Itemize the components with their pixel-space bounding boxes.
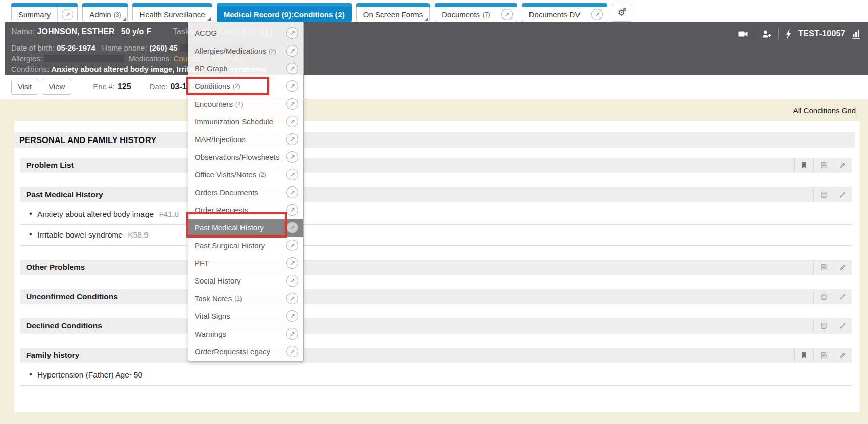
section-actions	[813, 318, 852, 334]
view-button[interactable]: View	[42, 79, 71, 95]
settings-button[interactable]: ⚙ ⚙	[612, 4, 631, 22]
open-in-new-icon[interactable]: ↗	[286, 222, 298, 233]
tab-on-screen-forms[interactable]: On Screen Forms	[356, 3, 430, 22]
notes-button[interactable]	[813, 158, 833, 173]
section-unconfirmed-conditions: Unconfirmed Conditions	[20, 289, 852, 304]
menu-item[interactable]: Observations/Flowsheets ↗	[188, 148, 303, 166]
notes-button[interactable]	[813, 260, 833, 275]
open-in-new-icon[interactable]: ↗	[286, 133, 298, 145]
menu-item[interactable]: PFT ↗	[188, 254, 303, 272]
open-in-new-icon[interactable]: ↗	[286, 346, 298, 357]
tab-accent-strip	[82, 3, 128, 7]
menu-item[interactable]: Task Notes (1) ↗	[188, 290, 303, 307]
notes-button[interactable]	[813, 348, 833, 363]
open-in-new-icon[interactable]: ↗	[286, 257, 298, 269]
notes-button[interactable]	[813, 318, 833, 334]
tab-summary[interactable]: Summary ↗	[11, 3, 78, 22]
section-past-medical-history: Past Medical History	[20, 187, 852, 202]
pencil-icon	[839, 322, 847, 330]
menu-item-label: ACOG	[195, 29, 217, 37]
menu-item-count: (2)	[235, 101, 243, 108]
edit-button[interactable]	[833, 318, 852, 334]
open-in-new-icon[interactable]: ↗	[286, 204, 298, 216]
open-in-new-icon[interactable]: ↗	[286, 310, 298, 322]
all-conditions-grid-link[interactable]: All Conditions Grid	[793, 106, 856, 115]
bookmark-icon	[800, 161, 808, 169]
menu-item[interactable]: Warnings ↗	[188, 325, 303, 343]
edit-button[interactable]	[833, 348, 852, 363]
open-in-new-icon[interactable]: ↗	[286, 293, 298, 304]
edit-button[interactable]	[833, 187, 852, 202]
menu-item-label: Encounters	[195, 100, 233, 108]
bar-chart-icon	[852, 29, 861, 39]
tab-health-surveillance[interactable]: Health Surveillance	[132, 3, 212, 22]
bookmark-button[interactable]	[794, 348, 813, 363]
tab-count: (3)	[114, 11, 121, 18]
pencil-icon	[839, 161, 847, 169]
open-in-new-icon[interactable]: ↗	[286, 169, 298, 180]
menu-item[interactable]: Office Visits/Notes (2) ↗	[188, 166, 303, 183]
menu-item[interactable]: BP Graph ↗	[188, 60, 303, 77]
menu-item[interactable]: Immunization Schedule ↗	[188, 113, 303, 130]
tab-accent-strip	[522, 3, 608, 7]
menu-item[interactable]: Vital Signs ↗	[188, 307, 303, 325]
tab-documents-dv[interactable]: Documents-DV ↗	[522, 3, 608, 22]
open-in-new-icon[interactable]: ↗	[286, 80, 298, 92]
menu-item[interactable]: Past Surgical History ↗	[188, 237, 303, 254]
section-actions	[813, 289, 852, 304]
notes-button[interactable]	[813, 289, 833, 304]
menu-item[interactable]: ACOG ↗	[188, 24, 303, 42]
edit-button[interactable]	[833, 158, 852, 173]
section-actions	[813, 260, 852, 275]
menu-item[interactable]: Allergies/Medications (2) ↗	[188, 42, 303, 60]
condition-text: Irritable bowel syndrome	[37, 230, 123, 239]
tab-documents[interactable]: Documents (7) ↗	[435, 3, 517, 22]
menu-item[interactable]: Encounters (2) ↗	[188, 95, 303, 113]
open-in-new-icon[interactable]: ↗	[286, 151, 298, 163]
open-in-new-icon: ↗	[62, 9, 73, 20]
dropdown-fold-icon	[123, 17, 126, 21]
tab-label: Summary	[18, 10, 51, 19]
video-call-button[interactable]	[738, 30, 748, 38]
open-in-new-icon[interactable]: ↗	[286, 63, 298, 74]
menu-item-label: Warnings	[195, 329, 226, 338]
menu-item-count: (2)	[233, 83, 240, 90]
visit-button[interactable]: Visit	[11, 79, 38, 95]
open-in-new-icon[interactable]: ↗	[286, 116, 298, 127]
tab-admin[interactable]: Admin (3)	[82, 3, 128, 22]
encounter-bar: Visit View Enc #: 125 Date: 03-12-2025	[0, 75, 868, 99]
menu-item-label: Allergies/Medications	[195, 46, 266, 55]
open-in-new-icon: ↗	[591, 9, 603, 20]
menu-item[interactable]: Past Medical History ↗	[188, 219, 303, 237]
open-in-new-icon[interactable]: ↗	[286, 45, 298, 57]
condition-item: Hypertension (Father) Age~50	[20, 365, 852, 386]
chart-report-button[interactable]	[852, 29, 861, 39]
condition-item: Irritable bowel syndrome K58.9	[20, 225, 852, 246]
bookmark-button[interactable]	[794, 158, 813, 173]
enc-number-label: Enc #:	[93, 82, 115, 91]
open-in-new-icon[interactable]: ↗	[286, 240, 298, 251]
menu-item[interactable]: MAR/Injections ↗	[188, 130, 303, 148]
allergies-redaction-box	[44, 55, 124, 62]
open-in-new-icon[interactable]: ↗	[286, 186, 298, 198]
add-person-button[interactable]	[762, 30, 771, 38]
menu-item[interactable]: OrderRequestsLegacy ↗	[188, 343, 303, 360]
personal-family-history-panel: PERSONAL AND FAMILY HISTORY Problem List	[14, 121, 860, 412]
menu-item[interactable]: Conditions (2) ↗	[188, 77, 303, 95]
tab-medical-record[interactable]: Medical Record (9):Conditions (2)	[217, 3, 352, 22]
tab-label: Documents-DV	[529, 10, 581, 19]
edit-button[interactable]	[833, 289, 852, 304]
open-in-new-icon[interactable]: ↗	[286, 27, 298, 39]
menu-item[interactable]: Orders Documents ↗	[188, 183, 303, 201]
menu-item-count: (2)	[259, 171, 266, 178]
edit-button[interactable]	[833, 260, 852, 275]
section-label: Problem List	[26, 161, 74, 170]
open-in-new-icon[interactable]: ↗	[286, 98, 298, 110]
menu-item[interactable]: Order Requests ↗	[188, 201, 303, 219]
notes-button[interactable]	[813, 187, 833, 202]
open-in-new-icon[interactable]: ↗	[286, 275, 298, 287]
section-actions	[794, 158, 852, 173]
quick-action-button[interactable]	[785, 29, 792, 39]
open-in-new-icon[interactable]: ↗	[286, 328, 298, 340]
menu-item[interactable]: Social History ↗	[188, 272, 303, 290]
